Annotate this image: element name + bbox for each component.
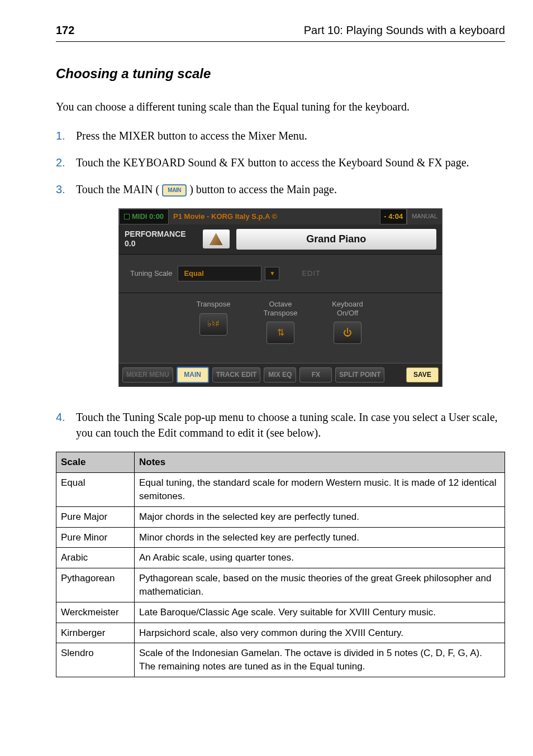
keyboard-onoff-column: Keyboard On/Off ⏻ [322,300,373,344]
sound-name[interactable]: Grand Piano [236,229,436,250]
sound-icon[interactable] [203,229,230,248]
part-title: Part 10: Playing Sounds with a keyboard [304,22,505,38]
performance-bar: PERFORMANCE 0.0 Grand Piano [119,224,442,255]
cell-scale: Pythagorean [56,568,135,602]
table-row: WerckmeisterLate Baroque/Classic Age sca… [56,602,505,623]
bottom-tab-bar: MIXER MENU MAIN TRACK EDIT MIX EQ FX SPL… [119,363,442,386]
save-button[interactable]: SAVE [406,367,439,382]
tab-mix-eq[interactable]: MIX EQ [264,367,296,382]
octave-transpose-column: Octave Transpose ⇅ [255,300,306,344]
octave-transpose-label: Octave Transpose [255,300,306,317]
tab-mixer-menu[interactable]: MIXER MENU [122,367,173,382]
step-text: Touch the Tuning Scale pop-up menu to ch… [76,409,505,441]
step-number: 3. [56,181,76,197]
table-row: Pure MajorMajor chords in the selected k… [56,506,505,527]
transpose-label: Transpose [188,300,239,309]
cell-notes: Late Baroque/Classic Age scale. Very sui… [135,602,505,623]
step-number: 1. [56,128,76,143]
tuning-scale-value[interactable]: Equal [178,266,261,281]
table-row: ArabicAn Arabic scale, using quarter ton… [56,548,505,568]
keyboard-onoff-button[interactable]: ⏻ [334,322,361,344]
step-4: 4. Touch the Tuning Scale pop-up menu to… [56,409,505,441]
cell-notes: Pythagorean scale, based on the music th… [135,568,505,602]
transpose-column: Transpose ♭♮♯ [188,300,239,344]
cell-notes: An Arabic scale, using quarter tones. [135,548,505,568]
tab-main[interactable]: MAIN [177,367,209,383]
cell-scale: Werckmeister [56,602,135,623]
tuning-edit-button[interactable]: EDIT [302,269,321,279]
ui-top-bar: MIDI 0:00 P1 Movie - KORG Italy S.p.A © … [119,209,442,224]
cell-notes: Equal tuning, the standard scale for mod… [135,473,505,507]
step-3: 3. Touch the MAIN ( MAIN ) button to acc… [56,181,505,197]
step-number: 4. [56,409,76,441]
transpose-row: Transpose ♭♮♯ Octave Transpose ⇅ Keyboar… [119,293,442,346]
cell-scale: Equal [56,473,135,507]
step-text-post: ) button to access the Main page. [189,183,337,195]
header-notes: Notes [135,452,505,473]
cell-scale: Arabic [56,548,135,568]
tab-track-edit[interactable]: TRACK EDIT [212,367,261,382]
song-title[interactable]: P1 Movie - KORG Italy S.p.A © [169,209,380,224]
tuning-scale-row: Tuning Scale Equal EDIT [119,255,442,293]
tab-label: FX [312,371,320,379]
step-text: Touch the KEYBOARD Sound & FX button to … [76,155,505,170]
table-row: PythagoreanPythagorean scale, based on t… [56,568,505,602]
tab-label: SAVE [413,371,431,379]
performance-value: 0.0 [125,239,135,248]
cell-scale: Pure Minor [56,527,135,548]
cell-notes: Minor chords in the selected key are per… [135,527,505,548]
cell-scale: Pure Major [56,506,135,527]
tab-label: SPLIT POINT [339,371,380,379]
tuning-scale-dropdown[interactable] [265,267,279,280]
step-1: 1. Press the MIXER button to access the … [56,128,505,143]
cell-notes: Harpsichord scale, also very common duri… [135,623,505,643]
intro-paragraph: You can choose a different tuning scale … [56,99,505,114]
step-list-continued: 4. Touch the Tuning Scale pop-up menu to… [56,409,505,441]
table-header-row: Scale Notes [56,452,505,473]
tuning-scale-table: Scale Notes EqualEqual tuning, the stand… [56,452,505,677]
transpose-button[interactable]: ♭♮♯ [199,313,227,336]
tab-split-point[interactable]: SPLIT POINT [335,367,384,382]
tab-label: MIXER MENU [126,371,169,379]
ui-screenshot: MIDI 0:00 P1 Movie - KORG Italy S.p.A © … [118,208,442,387]
table-row: Pure MinorMinor chords in the selected k… [56,527,505,548]
ui-spacer [119,346,442,363]
step-text: Touch the MAIN ( MAIN ) button to access… [76,181,505,197]
header-scale: Scale [56,452,135,473]
table-row: KirnbergerHarpsichord scale, also very c… [56,623,505,643]
page-number: 172 [56,22,74,38]
step-2: 2. Touch the KEYBOARD Sound & FX button … [56,155,505,170]
cell-notes: Scale of the Indonesian Gamelan. The oct… [135,643,505,677]
midi-record-indicator [124,214,130,219]
section-heading: Choosing a tuning scale [56,64,505,83]
keyboard-onoff-label: Keyboard On/Off [322,300,373,317]
step-text-pre: Touch the MAIN ( [76,183,159,195]
title-prefix: P1 Movie - KORG Italy S.p.A © [173,212,277,222]
table-row: SlendroScale of the Indonesian Gamelan. … [56,643,505,677]
midi-status[interactable]: MIDI 0:00 [119,209,169,224]
midi-time: 0:00 [149,212,164,222]
tab-label: TRACK EDIT [216,371,257,379]
tuning-scale-label: Tuning Scale [130,269,172,279]
tab-fx[interactable]: FX [299,367,332,382]
step-list: 1. Press the MIXER button to access the … [56,128,505,197]
cell-notes: Major chords in the selected key are per… [135,506,505,527]
midi-label: MIDI [132,212,147,222]
performance-label-text: PERFORMANCE [125,229,186,238]
main-icon: MAIN [162,184,187,197]
octave-transpose-button[interactable]: ⇅ [266,322,294,344]
cell-scale: Slendro [56,643,135,677]
page-header: 172 Part 10: Playing Sounds with a keybo… [56,22,505,42]
cell-scale: Kirnberger [56,623,135,643]
performance-label: PERFORMANCE 0.0 [125,229,186,248]
remaining-time: - 4:04 [380,209,407,224]
tab-label: MAIN [184,371,201,379]
table-row: EqualEqual tuning, the standard scale fo… [56,473,505,507]
manual-mode[interactable]: MANUAL [407,209,442,224]
tab-label: MIX EQ [268,371,292,379]
step-text: Press the MIXER button to access the Mix… [76,128,505,143]
step-number: 2. [56,155,76,170]
